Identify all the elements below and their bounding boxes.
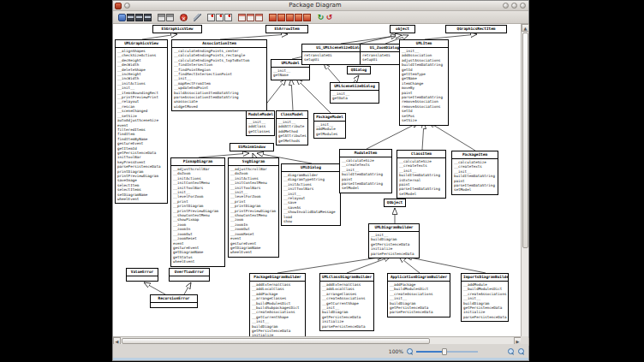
class-member: wheelEvent xyxy=(117,197,166,201)
window-tile-icon[interactable] xyxy=(247,14,254,21)
delete-shape-icon[interactable]: ✕ xyxy=(180,14,188,21)
class-box-ApplicationDiagramBuilder[interactable]: ApplicationDiagramBuilder__addPackage__b… xyxy=(387,273,450,317)
new-window-icon[interactable] xyxy=(118,14,126,21)
class-title: ImportsDiagramBuilder xyxy=(462,274,508,281)
class-title: E5ArrowItem xyxy=(266,26,307,33)
class-box-PixmapDiagram[interactable]: PixmapDiagram__adjustScrollBar__doZoom__… xyxy=(170,157,225,267)
window-cascade-icon[interactable] xyxy=(238,14,246,21)
inheritance-arrow xyxy=(367,122,419,149)
class-box-ClassItem[interactable]: ClassItem__calculateSize__createTexts__i… xyxy=(397,150,446,199)
print-preview-icon[interactable] xyxy=(166,14,174,21)
inheritance-arrow xyxy=(354,75,359,82)
class-title: ClassItem xyxy=(397,151,445,157)
class-title: PackageDiagramBuilder xyxy=(250,274,305,281)
class-title: OverflowError xyxy=(170,269,209,276)
class-title: QGraphicsRectItem xyxy=(446,26,506,33)
vertical-scrollbar[interactable]: ▲ ▼ xyxy=(521,24,528,346)
scroll-up-button[interactable]: ▲ xyxy=(522,24,529,32)
class-member-list: __calculateSize__createTexts__init__buil… xyxy=(397,157,445,198)
class-title: UMLDiagramBuilder xyxy=(369,224,419,231)
zoom-out-icon[interactable] xyxy=(406,347,414,355)
horizontal-scroll-thumb[interactable] xyxy=(122,338,430,344)
status-bar: 100% xyxy=(113,344,528,358)
class-title: ApplicationDiagramBuilder xyxy=(388,274,450,281)
save-icon[interactable] xyxy=(127,14,134,21)
class-box-E5ArrowItem[interactable]: E5ArrowItem xyxy=(265,25,308,33)
class-member: __showInvalidDataMessage xyxy=(283,210,339,214)
class-member-list: __addModule__buildModulesDict__createAss… xyxy=(462,281,508,321)
class-box-ModuleItem[interactable]: ModuleItem__calculateSize__createTexts__… xyxy=(339,149,392,193)
window-controls xyxy=(500,3,526,9)
align-left-icon[interactable] xyxy=(269,14,277,21)
class-box-E5MainWindow[interactable]: E5MainWindow xyxy=(230,143,274,151)
class-box-QDialog[interactable]: QDialog xyxy=(347,66,371,74)
save-as-icon[interactable] xyxy=(135,14,143,21)
align-bottom-icon[interactable] xyxy=(303,14,311,21)
inheritance-arrow xyxy=(144,282,165,294)
align-hcenter-icon[interactable] xyxy=(277,14,285,21)
class-title: AssociationItem xyxy=(172,40,266,47)
class-member-list: __init__addModulegetModules xyxy=(314,121,345,138)
vertical-scroll-thumb[interactable] xyxy=(522,33,528,248)
class-box-E5GraphicsView[interactable]: E5GraphicsView xyxy=(152,25,202,33)
class-box-object[interactable]: object xyxy=(390,25,415,33)
diagram-canvas[interactable]: E5GraphicsViewE5ArrowItemobjectQGraphics… xyxy=(113,24,522,346)
zoom-reset-icon[interactable] xyxy=(517,347,525,355)
class-member: setModel xyxy=(399,192,444,196)
print-icon[interactable] xyxy=(158,14,165,21)
zoom-in-icon[interactable] xyxy=(507,347,515,355)
rescan-icon[interactable]: ↻ xyxy=(317,14,325,21)
class-box-UMLSceneSizeDialog[interactable]: UMLSceneSizeDialog__init__getData xyxy=(330,82,379,104)
add-package-icon[interactable] xyxy=(224,14,232,21)
class-box-RecursionError[interactable]: RecursionError xyxy=(150,294,198,308)
save-image-icon[interactable] xyxy=(144,14,152,21)
add-class-icon[interactable] xyxy=(207,14,215,21)
class-member-list xyxy=(151,302,197,307)
zoom-slider[interactable] xyxy=(416,347,478,355)
inheritance-arrow xyxy=(422,122,424,150)
class-box-UMLItem[interactable]: UMLItem__init__addAssociationadjustAssoc… xyxy=(399,39,449,126)
class-member: wheelEvent xyxy=(173,259,224,264)
class-member: parsePersistenceData xyxy=(463,315,507,319)
class-box-UMLDialog[interactable]: UMLDialog__diagramBuilder__diagramTypeSt… xyxy=(281,163,341,226)
zoom-slider-handle[interactable] xyxy=(442,348,447,355)
class-box-ClassModel[interactable]: ClassModel__init__addAttributeaddMethodg… xyxy=(276,110,308,145)
class-title: E5GraphicsView xyxy=(153,26,201,33)
class-member-list: __init__getData xyxy=(331,90,379,103)
minimize-button[interactable] xyxy=(503,3,509,9)
horizontal-scrollbar[interactable]: ◀ ▶ xyxy=(113,336,522,344)
class-box-UMLClassDiagramBuilder[interactable]: UMLClassDiagramBuilder__addExternalClass… xyxy=(319,273,374,331)
app-icon[interactable] xyxy=(115,3,122,9)
class-member: parsePersistenceData xyxy=(322,324,373,329)
class-box-ImportsDiagramBuilder[interactable]: ImportsDiagramBuilder__addModule__buildM… xyxy=(461,273,509,322)
align-right-icon[interactable] xyxy=(286,14,294,21)
class-box-PackageModel[interactable]: PackageModel__init__addModulegetModules xyxy=(313,113,346,139)
class-title: PixmapDiagram xyxy=(171,158,224,165)
class-box-PackageItem[interactable]: PackageItem__calculateSize__createTexts_… xyxy=(451,151,498,195)
class-box-UMLGraphicsView[interactable]: UMLGraphicsView__alignShapes__checkSizeA… xyxy=(115,39,168,204)
window-title: Package Diagram xyxy=(130,1,500,10)
class-box-UMLDiagramBuilder[interactable]: UMLDiagramBuilder__init__buildDiagramget… xyxy=(368,223,420,258)
class-title: ModuleItem xyxy=(340,150,391,157)
class-box-ValueError[interactable]: ValueError xyxy=(126,268,158,282)
inheritance-arrow xyxy=(429,122,475,151)
class-box-PackageDiagramBuilder[interactable]: PackageDiagramBuilder__addExternalClass_… xyxy=(249,273,306,345)
relayout-icon[interactable]: ↺ xyxy=(325,14,333,21)
window-titlebar[interactable]: Package Diagram xyxy=(113,1,528,11)
class-box-QObject[interactable]: QObject xyxy=(384,199,406,207)
window-menu-icon[interactable] xyxy=(124,3,130,9)
class-member: buildItemDataString xyxy=(402,62,447,67)
close-button[interactable] xyxy=(520,3,526,9)
class-box-QGraphicsRectItem[interactable]: QGraphicsRectItem xyxy=(445,25,507,33)
maximize-button[interactable] xyxy=(511,3,517,9)
class-box-ModuleModel[interactable]: ModuleModel__init__addClassgetClasses xyxy=(246,110,275,136)
add-module-icon[interactable] xyxy=(216,14,224,21)
class-member: wheelEvent xyxy=(230,250,277,254)
class-title: object xyxy=(391,26,414,33)
class-box-OverflowError[interactable]: OverflowError xyxy=(169,268,210,282)
class-box-AssociationItem[interactable]: AssociationItem__calculateEndingPoints_c… xyxy=(171,39,267,111)
class-box-SvgDiagram[interactable]: SvgDiagram__adjustScrollBar__doZoom__ini… xyxy=(228,157,279,258)
align-top-icon[interactable] xyxy=(295,14,302,21)
window-restore-icon[interactable] xyxy=(255,14,263,21)
association-icon[interactable] xyxy=(194,14,201,21)
